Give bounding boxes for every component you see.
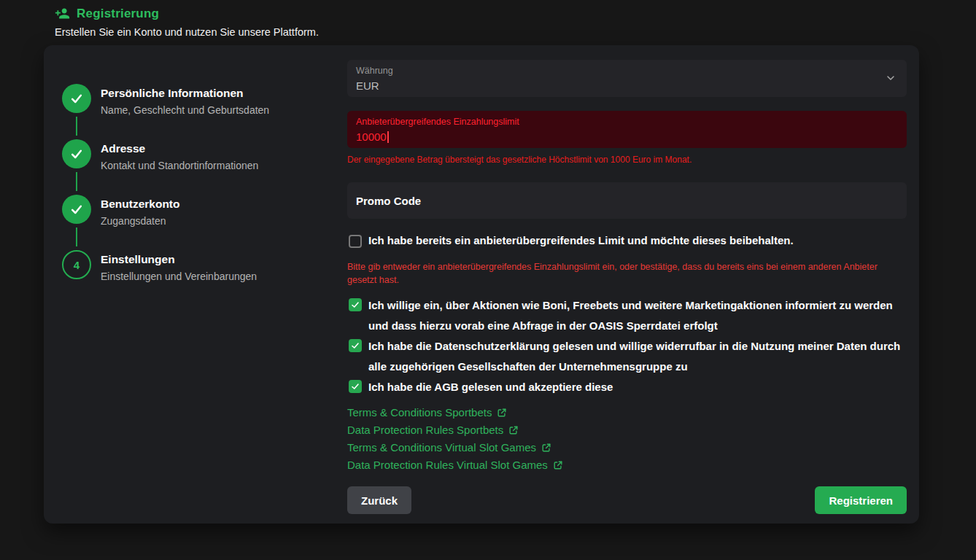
consent-label[interactable]: Ich habe die AGB gelesen und akzeptiere … bbox=[368, 377, 613, 397]
external-link-icon bbox=[541, 443, 551, 453]
stepper: Persönliche Informationen Name, Geschlec… bbox=[44, 45, 347, 524]
deposit-limit-field[interactable]: Anbieterübergreifendes Einzahlungslimit … bbox=[347, 111, 907, 148]
step-subtitle: Einstellungen und Vereinbarungen bbox=[101, 271, 257, 282]
page-subtitle: Erstellen Sie ein Konto und nutzen Sie u… bbox=[55, 26, 976, 38]
consent-list: Ich willige ein, über Aktionen wie Boni,… bbox=[347, 295, 907, 397]
step-title: Benutzerkonto bbox=[101, 198, 180, 211]
keep-limit-label[interactable]: Ich habe bereits ein anbieterübergreifen… bbox=[368, 232, 794, 249]
stepper-step-settings[interactable]: 4 Einstellungen Einstellungen und Verein… bbox=[62, 250, 347, 282]
step-check-icon bbox=[62, 139, 91, 168]
stepper-step-address[interactable]: Adresse Kontakt und Standortinformatione… bbox=[62, 139, 347, 195]
consent-row-agb: Ich habe die AGB gelesen und akzeptiere … bbox=[347, 377, 907, 397]
chevron-down-icon bbox=[885, 72, 896, 84]
deposit-limit-value: 10000 bbox=[356, 131, 387, 143]
link-terms-sportbets[interactable]: Terms & Conditions Sportbets bbox=[347, 404, 507, 421]
external-link-icon bbox=[497, 408, 507, 418]
step-title: Adresse bbox=[101, 142, 258, 155]
legal-links: Terms & Conditions Sportbets Data Protec… bbox=[347, 404, 907, 474]
step-connector bbox=[76, 228, 77, 246]
step-check-icon bbox=[62, 195, 91, 224]
currency-value: EUR bbox=[356, 79, 896, 92]
step-number: 4 bbox=[62, 250, 91, 279]
registration-card: Persönliche Informationen Name, Geschlec… bbox=[44, 45, 919, 524]
consent-row-privacy: Ich habe die Datenschutzerklärung gelese… bbox=[347, 336, 907, 377]
settings-form: Währung EUR Anbieterübergreifendes Einza… bbox=[347, 45, 919, 524]
consent-label[interactable]: Ich habe die Datenschutzerklärung gelese… bbox=[368, 336, 907, 377]
step-subtitle: Name, Geschlecht und Geburtsdaten bbox=[101, 104, 269, 116]
step-connector bbox=[76, 172, 77, 191]
currency-select[interactable]: Währung EUR bbox=[347, 60, 907, 97]
back-button[interactable]: Zurück bbox=[347, 486, 411, 514]
link-terms-slot-games[interactable]: Terms & Conditions Virtual Slot Games bbox=[347, 439, 551, 456]
step-title: Persönliche Informationen bbox=[101, 87, 269, 100]
keep-limit-row: Ich habe bereits ein anbieterübergreifen… bbox=[347, 232, 907, 249]
step-connector bbox=[76, 117, 77, 136]
step-title: Einstellungen bbox=[101, 253, 257, 266]
deposit-limit-label: Anbieterübergreifendes Einzahlungslimit bbox=[356, 117, 896, 127]
stepper-step-personal[interactable]: Persönliche Informationen Name, Geschlec… bbox=[62, 84, 347, 139]
page-title: Registrierung bbox=[77, 7, 159, 21]
deposit-limit-error: Der eingegebene Betrag übersteigt das ge… bbox=[347, 155, 907, 165]
marketing-consent-checkbox[interactable] bbox=[349, 298, 362, 311]
stepper-step-account[interactable]: Benutzerkonto Zugangsdaten bbox=[62, 195, 347, 250]
currency-label: Währung bbox=[356, 66, 896, 76]
consent-label[interactable]: Ich willige ein, über Aktionen wie Boni,… bbox=[368, 295, 907, 336]
step-subtitle: Zugangsdaten bbox=[101, 215, 180, 227]
link-data-protection-sportbets[interactable]: Data Protection Rules Sportbets bbox=[347, 421, 519, 439]
limit-warning-text: Bitte gib entweder ein anbieterübergreif… bbox=[347, 260, 907, 287]
step-check-icon bbox=[62, 84, 91, 113]
privacy-consent-checkbox[interactable] bbox=[349, 339, 362, 352]
agb-consent-checkbox[interactable] bbox=[349, 380, 362, 393]
registration-header: Registrierung Erstellen Sie ein Konto un… bbox=[0, 0, 976, 38]
text-cursor bbox=[387, 131, 389, 143]
register-button[interactable]: Registrieren bbox=[815, 486, 907, 514]
person-add-icon bbox=[55, 6, 70, 21]
consent-row-marketing: Ich willige ein, über Aktionen wie Boni,… bbox=[347, 295, 907, 336]
promo-code-input[interactable] bbox=[347, 182, 907, 219]
keep-limit-checkbox[interactable] bbox=[349, 235, 362, 248]
external-link-icon bbox=[553, 460, 563, 470]
step-subtitle: Kontakt und Standortinformationen bbox=[101, 160, 258, 171]
external-link-icon bbox=[508, 425, 519, 435]
form-actions: Zurück Registrieren bbox=[347, 486, 907, 514]
link-data-protection-slot-games[interactable]: Data Protection Rules Virtual Slot Games bbox=[347, 456, 563, 474]
